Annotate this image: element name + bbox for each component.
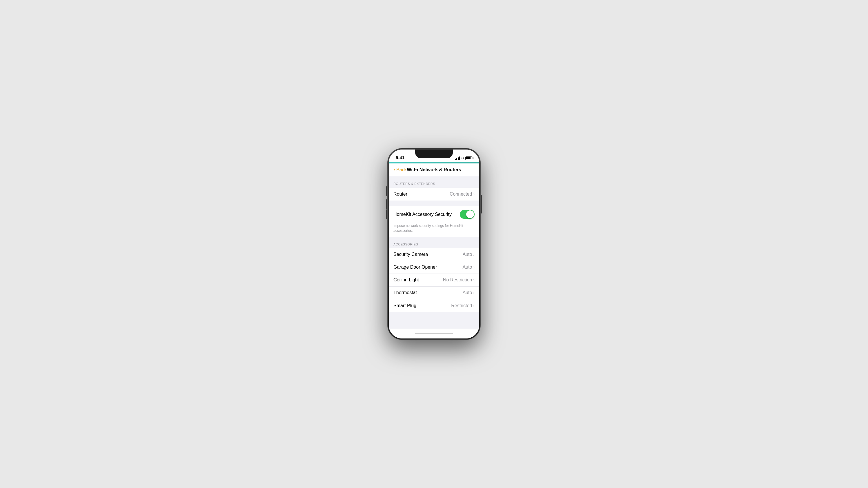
notch xyxy=(415,150,453,158)
back-chevron-icon: ‹ xyxy=(394,167,395,172)
back-button[interactable]: ‹ Back xyxy=(394,167,407,172)
ceiling-light-item[interactable]: Ceiling Light No Restriction › xyxy=(389,274,479,287)
accessories-section: ACCESSORIES Security Camera Auto › Garag… xyxy=(389,242,479,312)
wifi-icon: ⊙ xyxy=(461,156,464,160)
ceiling-light-chevron-icon: › xyxy=(473,278,474,282)
garage-door-item[interactable]: Garage Door Opener Auto › xyxy=(389,261,479,274)
homekit-security-card: HomeKit Accessory Security Impose networ… xyxy=(389,206,479,237)
homekit-security-toggle[interactable] xyxy=(460,210,474,219)
accessories-section-label: ACCESSORIES xyxy=(389,242,479,248)
signal-icon xyxy=(455,157,460,160)
thermostat-name: Thermostat xyxy=(394,290,417,295)
ceiling-light-value: No Restriction › xyxy=(443,277,474,283)
router-status: Connected xyxy=(450,192,472,197)
garage-door-chevron-icon: › xyxy=(473,265,474,269)
smart-plug-name: Smart Plug xyxy=(394,303,416,308)
status-time: 9:41 xyxy=(396,155,404,160)
security-camera-status: Auto xyxy=(462,252,472,257)
scene: 9:41 ⊙ xyxy=(385,149,483,339)
routers-section: ROUTERS & EXTENDERS Router Connected › xyxy=(389,182,479,200)
navigation-bar: ‹ Back Wi-Fi Network & Routers xyxy=(389,163,479,176)
homekit-toggle-container: HomeKit Accessory Security xyxy=(389,206,479,222)
home-indicator-bar xyxy=(415,333,453,334)
routers-section-label: ROUTERS & EXTENDERS xyxy=(389,182,479,188)
homekit-toggle-label: HomeKit Accessory Security xyxy=(394,212,452,217)
toggle-knob xyxy=(466,210,474,218)
back-label: Back xyxy=(396,167,407,172)
home-indicator-area xyxy=(389,329,479,338)
ceiling-light-status: No Restriction xyxy=(443,277,472,283)
smart-plug-item[interactable]: Smart Plug Restricted › xyxy=(389,299,479,312)
content-area: ROUTERS & EXTENDERS Router Connected › xyxy=(389,176,479,329)
thermostat-status: Auto xyxy=(462,290,472,295)
security-camera-name: Security Camera xyxy=(394,252,428,257)
smart-plug-value: Restricted › xyxy=(451,303,474,308)
garage-door-name: Garage Door Opener xyxy=(394,265,437,270)
ceiling-light-name: Ceiling Light xyxy=(394,277,419,283)
router-chevron-icon: › xyxy=(473,192,474,196)
phone-device: 9:41 ⊙ xyxy=(388,149,480,339)
router-name: Router xyxy=(394,192,407,197)
router-value-container: Connected › xyxy=(450,192,474,197)
garage-door-value: Auto › xyxy=(462,265,474,270)
battery-icon xyxy=(465,157,472,160)
garage-door-status: Auto xyxy=(462,265,472,270)
thermostat-item[interactable]: Thermostat Auto › xyxy=(389,287,479,299)
thermostat-value: Auto › xyxy=(462,290,474,295)
router-item[interactable]: Router Connected › xyxy=(389,188,479,200)
thermostat-chevron-icon: › xyxy=(473,290,474,295)
homekit-description: Impose network security settings for Hom… xyxy=(389,222,479,237)
routers-card: Router Connected › xyxy=(389,188,479,200)
accessories-card: Security Camera Auto › Garage Door Opene… xyxy=(389,248,479,312)
security-camera-value: Auto › xyxy=(462,252,474,257)
status-icons: ⊙ xyxy=(455,156,472,160)
page-title: Wi-Fi Network & Routers xyxy=(407,167,461,172)
status-bar: 9:41 ⊙ xyxy=(389,150,479,162)
security-camera-item[interactable]: Security Camera Auto › xyxy=(389,248,479,261)
phone-screen: 9:41 ⊙ xyxy=(389,150,479,338)
smart-plug-chevron-icon: › xyxy=(473,303,474,308)
smart-plug-status: Restricted xyxy=(451,303,472,308)
security-camera-chevron-icon: › xyxy=(473,252,474,257)
